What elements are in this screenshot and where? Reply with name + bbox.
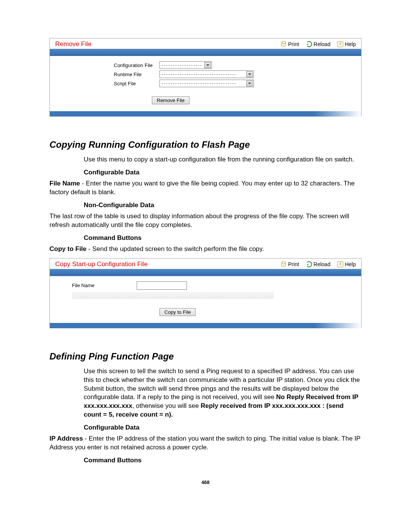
reload-button[interactable]: Reload xyxy=(306,41,330,47)
runtime-file-label: Runtime File xyxy=(114,72,159,77)
panel-copy-startup: Copy Start-up Configuration File Print R… xyxy=(49,258,362,328)
label-filename-bold: File Name xyxy=(49,180,80,187)
section-ping-p1: IP Address - Enter the IP address of the… xyxy=(49,435,362,452)
reload-label: Reload xyxy=(314,261,330,267)
panel-title: Copy Start-up Configuration File xyxy=(55,260,148,268)
help-icon xyxy=(337,261,343,267)
status-strip xyxy=(72,292,274,299)
heading-configurable-data: Configurable Data xyxy=(84,169,362,176)
config-file-label: Configuration File xyxy=(114,62,159,68)
printer-icon xyxy=(280,261,287,267)
help-button[interactable]: Help xyxy=(337,41,356,47)
panel-title: Remove File xyxy=(55,40,91,48)
print-label: Print xyxy=(288,261,299,267)
script-file-label: Script File xyxy=(114,81,159,86)
blue-divider xyxy=(50,269,361,276)
panel-body: File Name Copy to File xyxy=(50,276,361,323)
label-ipaddress-bold: IP Address xyxy=(49,435,83,442)
heading-command-buttons: Command Buttons xyxy=(84,457,362,464)
print-button[interactable]: Print xyxy=(280,261,299,267)
section-copy-p2: The last row of the table is used to dis… xyxy=(49,212,362,230)
panel-titlebar: Copy Start-up Configuration File Print R… xyxy=(50,259,361,269)
reload-icon xyxy=(306,41,312,47)
blue-divider-bottom xyxy=(50,111,361,117)
filename-label: File Name xyxy=(72,283,137,288)
text: - Enter the name you want to give the fi… xyxy=(49,180,355,196)
heading-command-buttons: Command Buttons xyxy=(84,234,362,242)
reload-label: Reload xyxy=(314,41,330,47)
help-label: Help xyxy=(345,261,356,267)
chevron-down-icon xyxy=(246,71,253,77)
heading-non-configurable-data: Non-Configurable Data xyxy=(84,201,362,209)
help-icon xyxy=(337,41,343,47)
panel-body: Configuration File ------------------ Ru… xyxy=(50,56,361,111)
blue-divider-bottom xyxy=(50,323,361,328)
section-copy-p1: File Name - Enter the name you want to g… xyxy=(49,179,362,197)
blue-divider xyxy=(50,49,361,56)
help-label: Help xyxy=(345,41,356,47)
section-copy-intro: Use this menu to copy a start-up configu… xyxy=(84,155,362,164)
printer-icon xyxy=(280,41,287,47)
select-value: --------------------------------- xyxy=(161,81,237,86)
panel-actions: Print Reload Help xyxy=(280,41,356,47)
select-value: --------------------------------- xyxy=(161,72,237,77)
panel-remove-file: Remove File Print Reload Help Configura xyxy=(49,38,362,117)
chevron-down-icon xyxy=(246,80,253,86)
page-number: 468 xyxy=(49,479,362,485)
heading-configurable-data: Configurable Data xyxy=(84,424,362,431)
script-file-select[interactable]: --------------------------------- xyxy=(159,80,254,87)
section-copy-p3: Copy to File - Send the updated screen t… xyxy=(49,245,362,254)
panel-titlebar: Remove File Print Reload Help xyxy=(50,38,361,49)
print-button[interactable]: Print xyxy=(280,41,299,47)
config-file-select[interactable]: ------------------ xyxy=(159,61,212,69)
label-copytofile-bold: Copy to File xyxy=(49,245,86,252)
text: - Send the updated screen to the switch … xyxy=(86,245,264,252)
panel-actions: Print Reload Help xyxy=(280,261,356,267)
filename-input[interactable] xyxy=(137,281,187,290)
section-heading-ping: Defining Ping Function Page xyxy=(49,351,362,362)
reload-button[interactable]: Reload xyxy=(306,261,330,267)
copy-to-file-button[interactable]: Copy to File xyxy=(159,308,196,316)
section-ping-intro: Use this screen to tell the switch to se… xyxy=(84,367,362,420)
text: - Enter the IP address of the station yo… xyxy=(49,435,360,451)
help-button[interactable]: Help xyxy=(337,261,356,267)
remove-file-button[interactable]: Remove File xyxy=(152,96,190,104)
section-heading-copy: Copying Running Configuration to Flash P… xyxy=(49,139,362,150)
text: , otherwise you will see xyxy=(132,402,201,409)
select-value: ------------------ xyxy=(161,62,202,68)
runtime-file-select[interactable]: --------------------------------- xyxy=(159,70,254,78)
print-label: Print xyxy=(288,41,299,47)
reload-icon xyxy=(306,261,312,267)
chevron-down-icon xyxy=(204,62,211,68)
